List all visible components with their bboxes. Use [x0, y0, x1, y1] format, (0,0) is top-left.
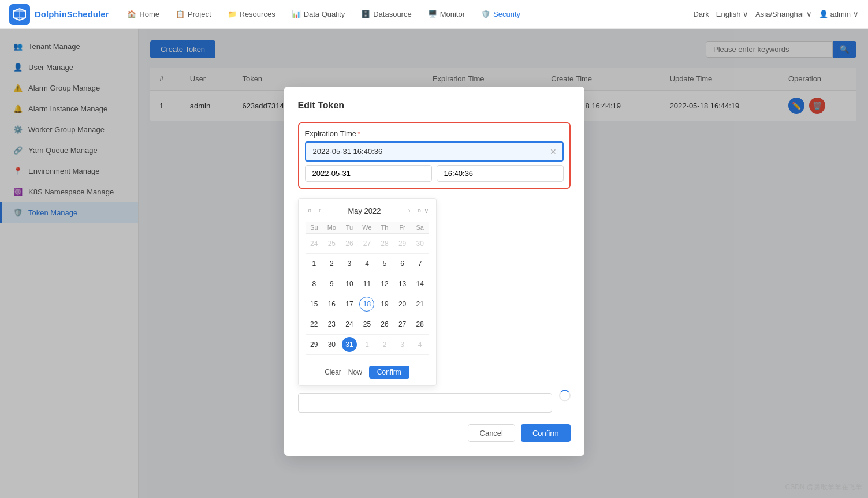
- cal-day[interactable]: 27: [395, 317, 410, 332]
- logo: DolphinScheduler: [9, 4, 109, 25]
- date-split-row: [305, 165, 564, 182]
- cal-prev-month[interactable]: ‹: [316, 205, 323, 216]
- cal-day[interactable]: 14: [412, 276, 427, 291]
- cal-day[interactable]: 26: [342, 236, 357, 251]
- cal-day[interactable]: 22: [307, 317, 322, 332]
- user-input-wrap: [298, 393, 552, 413]
- cal-day[interactable]: 2: [377, 337, 392, 352]
- expiration-label: Expiration Time*: [305, 129, 564, 138]
- clear-icon[interactable]: ✕: [550, 147, 557, 156]
- cal-day[interactable]: 23: [324, 317, 339, 332]
- logo-text: DolphinScheduler: [35, 9, 109, 19]
- cal-day[interactable]: 17: [342, 297, 357, 312]
- cal-day[interactable]: 12: [377, 276, 392, 291]
- cal-nav-left: « ‹: [306, 205, 323, 216]
- time-part-input[interactable]: [437, 165, 564, 182]
- cal-day[interactable]: 5: [377, 256, 392, 271]
- cal-day[interactable]: 15: [307, 297, 322, 312]
- theme-toggle[interactable]: Dark: [693, 10, 709, 18]
- nav-security[interactable]: 🛡️ Security: [474, 6, 527, 22]
- cal-day[interactable]: 29: [307, 337, 322, 352]
- cal-day[interactable]: 1: [359, 337, 374, 352]
- nav-data-quality[interactable]: 📊 Data Quality: [285, 6, 352, 22]
- user-menu[interactable]: 👤 admin ∨: [819, 10, 859, 18]
- cal-next-year[interactable]: »: [415, 205, 424, 216]
- cal-day[interactable]: 18: [359, 297, 374, 312]
- cal-day[interactable]: 30: [324, 337, 339, 352]
- refresh-btn[interactable]: [559, 390, 571, 403]
- calendar: « ‹ May 2022 › » ∨ Su Mo Tu We Th: [298, 198, 437, 386]
- cal-day[interactable]: 6: [395, 256, 410, 271]
- cal-day[interactable]: 20: [395, 297, 410, 312]
- cal-prev-year[interactable]: «: [306, 205, 314, 216]
- cal-day[interactable]: 19: [377, 297, 392, 312]
- user-section: [298, 393, 571, 413]
- expiration-datetime-input[interactable]: [306, 143, 562, 160]
- nav-project[interactable]: 📋 Project: [169, 6, 218, 22]
- cal-day[interactable]: 8: [307, 276, 322, 291]
- cal-next-month[interactable]: ›: [406, 205, 413, 216]
- user-select[interactable]: [298, 393, 552, 413]
- nav-home[interactable]: 🏠 Home: [120, 6, 166, 22]
- cal-col-mo: Mo: [323, 222, 341, 234]
- cal-collapse-btn[interactable]: ∨: [424, 207, 429, 215]
- cal-day[interactable]: 24: [307, 236, 322, 251]
- cal-day[interactable]: 29: [395, 236, 410, 251]
- cal-day[interactable]: 3: [342, 256, 357, 271]
- cal-clear-btn[interactable]: Clear: [325, 368, 341, 376]
- edit-token-modal: Edit Token Expiration Time* ✕ « ‹: [284, 87, 584, 456]
- cal-day[interactable]: 25: [359, 317, 374, 332]
- modal-footer: Cancel Confirm: [298, 424, 571, 442]
- watermark: CSDN @勇敢羊羊在飞羊: [785, 482, 862, 492]
- header: DolphinScheduler 🏠 Home 📋 Project 📁 Reso…: [0, 0, 868, 29]
- cal-day[interactable]: 28: [412, 317, 427, 332]
- cal-day[interactable]: 1: [307, 256, 322, 271]
- cal-day[interactable]: 16: [324, 297, 339, 312]
- cal-day[interactable]: 11: [359, 276, 374, 291]
- nav-resources[interactable]: 📁 Resources: [221, 6, 282, 22]
- cancel-button[interactable]: Cancel: [468, 424, 515, 442]
- confirm-button[interactable]: Confirm: [521, 424, 571, 442]
- cal-day[interactable]: 4: [359, 256, 374, 271]
- calendar-header: « ‹ May 2022 › » ∨: [306, 205, 429, 216]
- cal-nav-right: › »: [406, 205, 424, 216]
- cal-col-we: We: [358, 222, 376, 234]
- logo-icon: [9, 4, 30, 25]
- cal-col-sa: Sa: [411, 222, 429, 234]
- user-icon: 👤: [819, 10, 828, 18]
- cal-confirm-btn[interactable]: Confirm: [369, 366, 409, 379]
- nav-datasource[interactable]: 🗄️ Datasource: [354, 6, 418, 22]
- cal-now-btn[interactable]: Now: [348, 368, 362, 376]
- cal-day[interactable]: 26: [377, 317, 392, 332]
- cal-day[interactable]: 13: [395, 276, 410, 291]
- cal-day[interactable]: 24: [342, 317, 357, 332]
- modal-overlay: Edit Token Expiration Time* ✕ « ‹: [0, 29, 868, 498]
- nav-monitor[interactable]: 🖥️ Monitor: [421, 6, 472, 22]
- spinner-icon: [559, 390, 571, 401]
- header-right: Dark English ∨ Asia/Shanghai ∨ 👤 admin ∨: [693, 10, 859, 18]
- cal-day[interactable]: 9: [324, 276, 339, 291]
- cal-col-fr: Fr: [393, 222, 411, 234]
- calendar-footer: Clear Now Confirm: [306, 361, 429, 379]
- cal-day[interactable]: 28: [377, 236, 392, 251]
- timezone-selector[interactable]: Asia/Shanghai ∨: [755, 10, 811, 18]
- cal-day[interactable]: 25: [324, 236, 339, 251]
- cal-day[interactable]: 3: [395, 337, 410, 352]
- date-part-input[interactable]: [305, 165, 432, 182]
- cal-day[interactable]: 2: [324, 256, 339, 271]
- language-selector[interactable]: English ∨: [716, 10, 748, 18]
- cal-day[interactable]: 21: [412, 297, 427, 312]
- cal-day[interactable]: 30: [412, 236, 427, 251]
- cal-day[interactable]: 31: [342, 337, 357, 352]
- expiration-section-highlighted: Expiration Time* ✕: [298, 122, 571, 189]
- calendar-grid: Su Mo Tu We Th Fr Sa 2425262728293012345…: [306, 222, 429, 355]
- cal-col-tu: Tu: [341, 222, 359, 234]
- cal-day[interactable]: 10: [342, 276, 357, 291]
- cal-col-th: Th: [376, 222, 394, 234]
- cal-day[interactable]: 4: [412, 337, 427, 352]
- cal-col-su: Su: [306, 222, 323, 234]
- modal-title: Edit Token: [298, 100, 571, 111]
- cal-day[interactable]: 7: [412, 256, 427, 271]
- cal-day[interactable]: 27: [359, 236, 374, 251]
- datetime-input-wrap: ✕: [305, 141, 564, 162]
